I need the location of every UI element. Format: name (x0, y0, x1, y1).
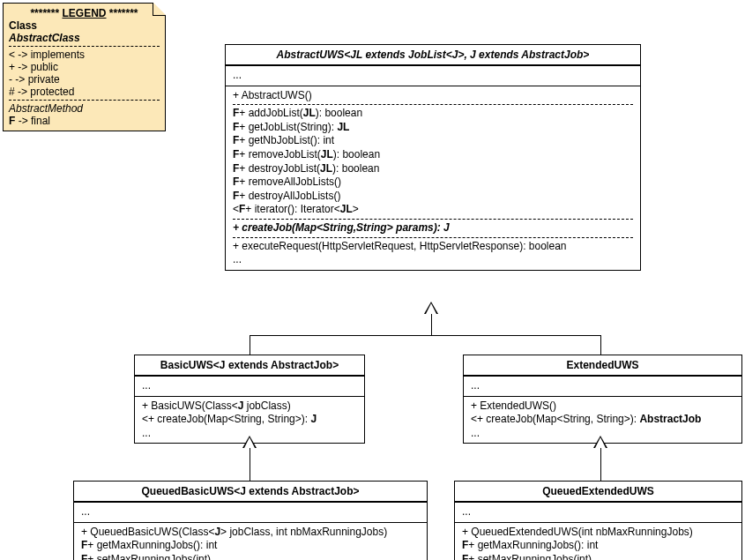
generalization-arrow-icon (593, 436, 607, 448)
legend-line: - -> private (9, 73, 160, 86)
class-basicuws: BasicUWS<J extends AbstractJob> ... + Ba… (134, 355, 365, 444)
class-method: <+ createJob(Map<String, String>): J (142, 413, 357, 427)
class-method: + QueuedExtendedUWS(int nbMaxRunningJobs… (462, 526, 734, 540)
legend-line: # -> protected (9, 86, 160, 98)
class-title: QueuedExtendedUWS (455, 482, 741, 502)
class-attrs: ... (471, 379, 734, 393)
class-method: F+ getJobList(String): JL (233, 121, 633, 135)
class-attrs: ... (81, 505, 420, 519)
class-method: F+ destroyJobList(JL): boolean (233, 162, 633, 176)
legend-note: ******* LEGEND ******* Class AbstractCla… (3, 3, 166, 131)
legend-stars-right: ******* (109, 7, 138, 19)
connector-line (600, 335, 601, 355)
class-method: F+ removeJobList(JL): boolean (233, 148, 633, 162)
class-title: BasicUWS<J extends AbstractJob> (135, 355, 364, 376)
legend-stars-left: ******* (30, 7, 59, 19)
class-method: F+ getNbJobList(): int (233, 134, 633, 148)
class-title: QueuedBasicUWS<J extends AbstractJob> (74, 482, 427, 502)
class-attrs: ... (142, 379, 357, 393)
legend-line: + -> public (9, 61, 160, 73)
class-method: + ExtendedUWS() (471, 399, 734, 414)
class-method: F+ setMaxRunningJobs(int) (462, 553, 734, 560)
legend-abstractmethod: AbstractMethod (9, 102, 160, 115)
connector-line (250, 335, 250, 355)
class-title: ExtendedUWS (464, 355, 741, 376)
class-attrs: ... (462, 505, 734, 519)
class-method: F+ setMaxRunningJobs(int) (81, 553, 420, 560)
connector-line (250, 335, 600, 336)
legend-abstractclass-label: AbstractClass (9, 32, 160, 44)
class-queuedextendeduws: QueuedExtendedUWS ... + QueuedExtendedUW… (454, 481, 742, 560)
legend-class-label: Class (9, 19, 160, 32)
legend-heading: LEGEND (62, 7, 106, 19)
legend-title: ******* LEGEND ******* (9, 7, 160, 19)
connector-line (431, 314, 432, 335)
class-method: F+ addJobList(JL): boolean (233, 107, 633, 121)
legend-line: < -> implements (9, 49, 160, 61)
class-method: <F+ iterator(): Iterator<JL> (233, 203, 633, 217)
class-method: + BasicUWS(Class<J jobClass) (142, 399, 357, 414)
legend-final-label: F -> final (9, 115, 160, 127)
class-attrs: ... (233, 69, 633, 83)
connector-line (600, 448, 601, 481)
class-method: + AbstractUWS() (233, 89, 633, 103)
class-method: + executeRequest(HttpServletRequest, Htt… (233, 240, 633, 254)
generalization-arrow-icon (242, 436, 257, 448)
note-fold-icon (153, 3, 166, 16)
class-title: AbstractUWS<JL extends JobList<J>, J ext… (226, 45, 640, 65)
class-method: F+ removeAllJobLists() (233, 175, 633, 190)
connector-line (250, 448, 250, 481)
class-dots: ... (233, 253, 633, 267)
class-method: F+ getMaxRunningJobs(): int (462, 539, 734, 553)
class-method: F+ getMaxRunningJobs(): int (81, 539, 420, 553)
class-extendeduws: ExtendedUWS ... + ExtendedUWS() <+ creat… (463, 355, 742, 444)
class-abstractuws: AbstractUWS<JL extends JobList<J>, J ext… (225, 44, 641, 271)
class-method: + QueuedBasicUWS(Class<J> jobClass, int … (81, 526, 420, 540)
class-abstract-method: + createJob(Map<String,String> params): … (233, 221, 633, 235)
class-method: <+ createJob(Map<String, String>): Abstr… (471, 413, 734, 427)
generalization-arrow-icon (424, 302, 438, 314)
class-queuedbasicuws: QueuedBasicUWS<J extends AbstractJob> ..… (73, 481, 428, 560)
class-method: F+ destroyAllJobLists() (233, 190, 633, 204)
